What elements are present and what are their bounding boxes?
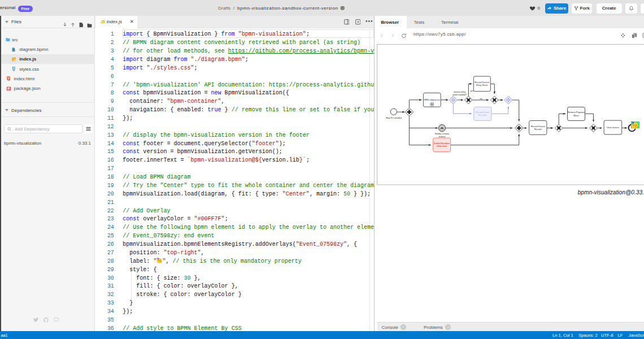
- svg-text:JS: JS: [14, 59, 16, 61]
- svg-text:invoice: invoice: [438, 136, 445, 138]
- svg-text:Order Item: Order Item: [437, 145, 447, 147]
- svg-text:no: no: [480, 98, 482, 100]
- svg-text:Record Goods: Record Goods: [476, 111, 490, 114]
- svg-text:Create Purchase: Create Purchase: [434, 142, 450, 145]
- svg-text:Record Invoice: Record Invoice: [530, 125, 545, 128]
- svg-text:sheet needed?: sheet needed?: [452, 94, 467, 96]
- svg-text:Remove Payment: Remove Payment: [568, 111, 585, 114]
- svg-text:SRM subprocess: SRM subprocess: [424, 99, 440, 101]
- svg-text:Entry Sheet: Entry Sheet: [476, 84, 488, 86]
- svg-text:Record Service: Record Service: [475, 81, 489, 84]
- svg-text:yes: yes: [471, 90, 474, 92]
- svg-text:Block: Block: [573, 115, 578, 117]
- svg-text:Receipts: Receipts: [478, 114, 487, 116]
- svg-text:Clear Invoice: Clear Invoice: [607, 127, 619, 129]
- svg-text:service entry: service entry: [454, 91, 466, 93]
- svg-text:Receipt: Receipt: [534, 128, 542, 131]
- svg-text:Vendor creates: Vendor creates: [435, 133, 450, 135]
- svg-text:New PO needed: New PO needed: [386, 117, 402, 119]
